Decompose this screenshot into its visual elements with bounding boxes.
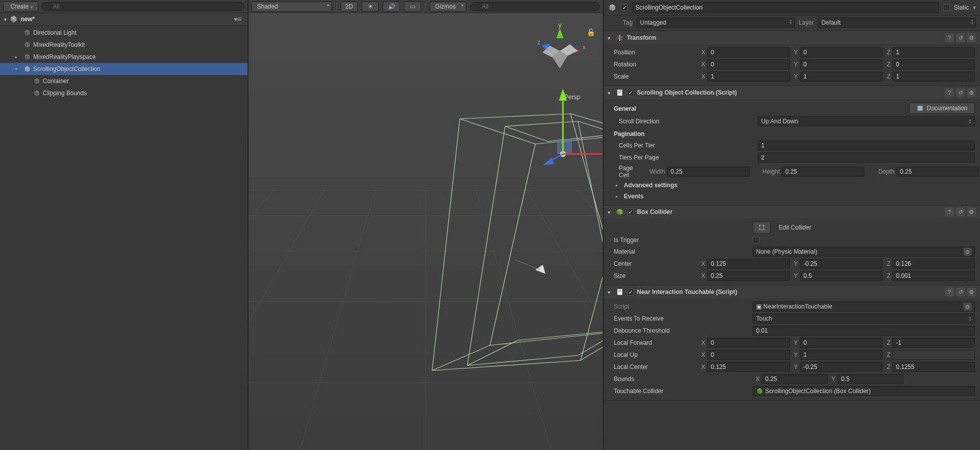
local-center-x-input[interactable] [707,362,790,372]
component-enabled-checkbox[interactable] [627,208,634,215]
projection-label[interactable]: ⌵ Persp [559,94,580,101]
scene-menu-button[interactable]: ▾≡ [232,15,243,23]
gizmo-lock-icon[interactable]: 🔓 [587,28,595,36]
scale-y-input[interactable] [800,71,882,82]
gear-icon[interactable]: ⚙ [967,287,976,296]
local-forward-y-input[interactable] [800,338,882,348]
reset-icon[interactable]: ↺ [956,33,965,42]
help-icon[interactable]: ? [945,287,954,296]
rotation-z-input[interactable] [892,59,975,69]
shading-mode-dropdown[interactable]: Shaded [252,2,332,12]
local-center-z-input[interactable] [892,362,975,372]
tree-item-selected[interactable]: ▾ ScrollingObjectCollection [0,63,248,75]
page-cell-width-input[interactable] [667,167,750,177]
tree-item[interactable]: ▸ MixedRealityPlayspace [0,51,248,63]
center-y-input[interactable] [800,259,882,269]
collapse-icon[interactable]: ▾ [15,66,21,71]
scene-canvas[interactable]: y x z 🔓 ⌵ Persp [249,13,603,450]
scene-header[interactable]: ▾ new* ▾≡ [0,13,248,26]
static-checkbox[interactable] [943,4,950,11]
svg-rect-76 [618,291,621,291]
local-center-y-input[interactable] [800,362,882,372]
gear-icon[interactable]: ⚙ [967,207,976,216]
position-y-input[interactable] [800,47,882,57]
tag-dropdown[interactable]: Untagged [636,18,794,28]
debounce-input[interactable] [753,326,975,336]
local-up-z-input[interactable] [892,350,975,360]
toggle-2d-button[interactable]: 2D [341,2,358,12]
svg-rect-63 [618,92,621,92]
reset-icon[interactable]: ↺ [956,287,965,296]
documentation-button[interactable]: Documentation [909,103,975,114]
move-gizmo[interactable] [498,89,603,219]
layer-dropdown[interactable]: Default [818,18,976,28]
local-up-x-input[interactable] [707,350,790,360]
component-title: Scrolling Object Collection (Script) [637,89,942,96]
scroll-direction-dropdown[interactable]: Up And Down [758,116,975,126]
tree-item[interactable]: Container [0,75,248,87]
expand-icon[interactable]: ▸ [15,54,21,59]
help-icon[interactable]: ? [945,33,954,42]
material-field[interactable]: None (Physic Material) ⊙ [753,247,975,257]
local-forward-x-input[interactable] [707,338,790,348]
center-x-input[interactable] [707,259,790,269]
tree-item[interactable]: Clipping Bounds [0,87,248,99]
object-picker-icon[interactable]: ⊙ [963,248,971,256]
gameobject-name-input[interactable] [632,2,939,13]
position-z-input[interactable] [892,47,975,57]
gear-icon[interactable]: ⚙ [967,88,976,97]
tiers-per-page-input[interactable] [758,153,975,163]
component-header[interactable]: ▾ Transform ? ↺ ⚙ [604,31,980,44]
scale-x-input[interactable] [707,71,790,82]
page-cell-height-input[interactable] [782,167,864,177]
create-button[interactable]: Create [3,2,38,12]
component-enabled-checkbox[interactable] [627,89,634,96]
rotation-x-input[interactable] [707,59,790,69]
edit-collider-button[interactable] [753,221,771,234]
lighting-toggle-icon[interactable]: ☀ [362,2,379,12]
local-forward-z-input[interactable] [892,338,975,348]
help-icon[interactable]: ? [945,207,954,216]
axis-y-label: y [558,23,561,29]
scene-search-input[interactable] [470,2,600,11]
audio-toggle-icon[interactable]: 🔊 [383,2,400,12]
tree-item[interactable]: MixedRealityToolkit [0,39,248,51]
gear-icon[interactable]: ⚙ [967,33,976,42]
static-dropdown-icon[interactable]: ▾ [973,4,976,11]
advanced-settings-foldout[interactable]: ▸ Advanced settings [604,180,980,191]
local-up-y-input[interactable] [800,350,882,360]
size-x-input[interactable] [707,271,790,281]
fx-toggle-icon[interactable]: ▭ [404,2,421,12]
is-trigger-checkbox[interactable] [753,237,760,244]
size-y-input[interactable] [800,271,882,281]
component-header[interactable]: ▾ Box Collider ? ↺ ⚙ [604,205,980,218]
gizmos-dropdown[interactable]: Gizmos [430,2,466,12]
hierarchy-search-input[interactable] [41,2,244,11]
size-z-input[interactable] [892,271,975,281]
reset-icon[interactable]: ↺ [956,207,965,216]
scene-view[interactable]: Shaded 2D ☀ 🔊 ▭ Gizmos [249,0,603,450]
gameobject-active-checkbox[interactable] [621,4,628,11]
center-z-input[interactable] [892,259,975,269]
inspector-header: Static ▾ [604,0,980,16]
reset-icon[interactable]: ↺ [956,88,965,97]
events-foldout[interactable]: ▸ Events [604,191,980,202]
component-header[interactable]: ▾ Scrolling Object Collection (Script) ?… [604,86,980,99]
tree-item[interactable]: Directional Light [0,27,248,39]
bounds-y-input[interactable] [838,374,904,384]
page-cell-depth-input[interactable] [896,167,979,177]
orientation-gizmo[interactable]: y x z [532,23,588,94]
component-enabled-checkbox[interactable] [627,288,634,295]
position-x-input[interactable] [707,47,790,57]
scale-z-input[interactable] [892,71,975,82]
transform-icon [616,34,624,42]
touchable-collider-field[interactable]: ScrollingObjectCollection (Box Collider) [753,386,975,396]
object-picker-icon[interactable]: ⊙ [963,303,971,311]
svg-line-27 [249,190,324,450]
bounds-x-input[interactable] [762,374,828,384]
events-to-receive-dropdown[interactable]: Touch [753,314,975,324]
component-header[interactable]: ▾ Near Interaction Touchable (Script) ? … [604,285,980,298]
rotation-y-input[interactable] [800,59,882,69]
cells-per-tier-input[interactable] [758,140,975,151]
help-icon[interactable]: ? [945,88,954,97]
